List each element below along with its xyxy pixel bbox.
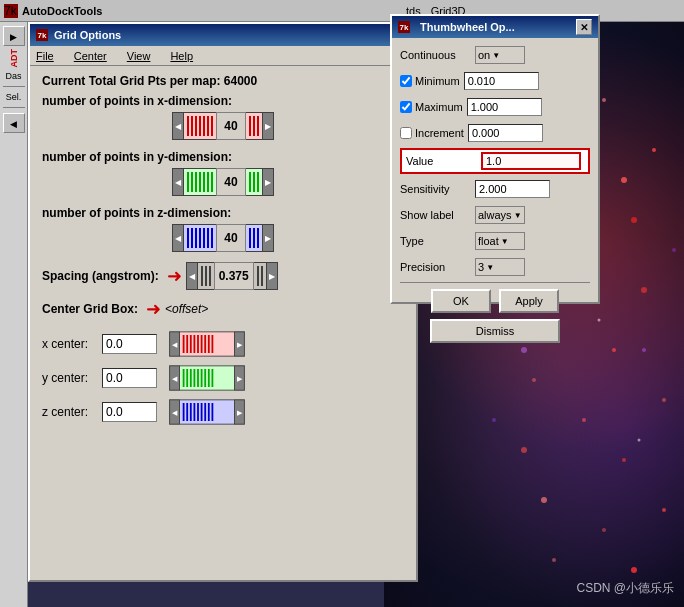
continuous-value: on	[478, 49, 490, 61]
tw-track-right[interactable]	[246, 168, 262, 196]
z-center-input[interactable]	[102, 402, 157, 422]
type-label: Type	[400, 235, 475, 247]
z-center-label: z center:	[42, 405, 102, 419]
dialog-close-button[interactable]: ✕	[576, 19, 592, 35]
menu-center[interactable]: Center	[74, 50, 107, 62]
svg-point-20	[552, 558, 556, 562]
increment-row: Increment	[400, 122, 590, 144]
increment-checkbox[interactable]	[400, 127, 412, 139]
tw-track[interactable]	[180, 399, 234, 424]
tw-lines	[198, 263, 214, 289]
z-tw-value[interactable]: 40	[216, 224, 246, 252]
tw-vline	[257, 172, 259, 192]
sidebar-adt-label: ADT	[9, 49, 19, 68]
minimum-input[interactable]	[464, 72, 539, 90]
increment-input[interactable]	[468, 124, 543, 142]
tw-track[interactable]	[180, 365, 234, 390]
tw-track-right[interactable]	[246, 112, 262, 140]
spacing-tw-value[interactable]: 0.375	[214, 262, 254, 290]
tw-track[interactable]	[184, 168, 216, 196]
svg-point-21	[631, 567, 637, 573]
center-arrow-icon: ➜	[146, 298, 161, 320]
y-thumbwheel[interactable]: ◀ 40	[172, 168, 274, 196]
value-input[interactable]	[481, 152, 581, 170]
menu-file[interactable]: File	[36, 50, 54, 62]
maximum-input[interactable]	[467, 98, 542, 116]
apply-button[interactable]: Apply	[499, 289, 559, 313]
tw-track[interactable]	[184, 224, 216, 252]
dialog-divider	[400, 282, 590, 283]
tw-vline	[187, 116, 189, 136]
tw-left-arrow[interactable]: ◀	[186, 262, 198, 290]
show-label-dropdown[interactable]: always ▼	[475, 206, 525, 224]
tw-right-arrow[interactable]: ▶	[234, 365, 245, 390]
z-thumbwheel[interactable]: ◀ 40	[172, 224, 274, 252]
type-dropdown[interactable]: float ▼	[475, 232, 525, 250]
precision-row: Precision 3 ▼	[400, 256, 590, 278]
svg-point-31	[638, 439, 641, 442]
tw-track[interactable]	[180, 331, 234, 356]
tw-vline	[203, 172, 205, 192]
tw-vline	[195, 172, 197, 192]
z-center-thumbwheel[interactable]: ◀ ▶	[169, 399, 245, 424]
tw-vline	[199, 228, 201, 248]
tw-right-arrow[interactable]: ▶	[266, 262, 278, 290]
tw-lines-right	[246, 169, 262, 195]
tw-vline	[195, 116, 197, 136]
tw-left-arrow[interactable]: ◀	[169, 365, 180, 390]
tw-left-arrow[interactable]: ◀	[169, 331, 180, 356]
maximum-checkbox[interactable]	[400, 101, 412, 113]
tw-left-arrow[interactable]: ◀	[172, 168, 184, 196]
tw-right-arrow[interactable]: ▶	[262, 224, 274, 252]
sidebar-divider-2	[3, 107, 25, 108]
menu-view[interactable]: View	[127, 50, 151, 62]
y-tw-value[interactable]: 40	[216, 168, 246, 196]
tw-track[interactable]	[184, 112, 216, 140]
tw-vline	[183, 403, 185, 421]
x-tw-value[interactable]: 40	[216, 112, 246, 140]
center-grid-label: Center Grid Box:	[42, 302, 138, 316]
tw-right-arrow[interactable]: ▶	[262, 112, 274, 140]
x-thumbwheel[interactable]: ◀ 40	[172, 112, 274, 140]
tw-vline	[187, 172, 189, 192]
x-center-label: x center:	[42, 337, 102, 351]
y-center-thumbwheel[interactable]: ◀ ▶	[169, 365, 245, 390]
tw-vline	[249, 116, 251, 136]
tw-lines-right	[254, 263, 266, 289]
x-center-thumbwheel[interactable]: ◀ ▶	[169, 331, 245, 356]
tw-track-right[interactable]	[254, 262, 266, 290]
sidebar-btn-1[interactable]: ▶	[3, 26, 25, 46]
sensitivity-input[interactable]	[475, 180, 550, 198]
spacing-label: Spacing (angstrom):	[42, 269, 159, 283]
tw-left-arrow[interactable]: ◀	[169, 399, 180, 424]
tw-left-arrow[interactable]: ◀	[172, 224, 184, 252]
dismiss-button[interactable]: Dismiss	[430, 319, 560, 343]
menu-help[interactable]: Help	[170, 50, 193, 62]
continuous-row: Continuous on ▼	[400, 44, 590, 66]
tw-vline	[212, 369, 214, 387]
tw-vline	[190, 403, 192, 421]
minimum-checkbox[interactable]	[400, 75, 412, 87]
tw-right-arrow[interactable]: ▶	[234, 399, 245, 424]
svg-point-11	[662, 398, 666, 402]
tw-vline	[191, 116, 193, 136]
ok-button[interactable]: OK	[431, 289, 491, 313]
x-center-input[interactable]	[102, 334, 157, 354]
chevron-down-icon-4: ▼	[486, 263, 494, 272]
show-label-label: Show label	[400, 209, 475, 221]
svg-point-7	[631, 217, 637, 223]
precision-dropdown[interactable]: 3 ▼	[475, 258, 525, 276]
tw-lines	[184, 169, 216, 195]
y-center-input[interactable]	[102, 368, 157, 388]
tw-track-right[interactable]	[246, 224, 262, 252]
center-row: Center Grid Box: ➜ <offset>	[42, 298, 404, 320]
tw-right-arrow[interactable]: ▶	[262, 168, 274, 196]
tw-vline	[208, 403, 210, 421]
sidebar-arrow-btn[interactable]: ◀	[3, 113, 25, 133]
spacing-thumbwheel[interactable]: ◀ 0.375 ▶	[186, 262, 278, 290]
tw-right-arrow[interactable]: ▶	[234, 331, 245, 356]
tw-left-arrow[interactable]: ◀	[172, 112, 184, 140]
tw-track[interactable]	[198, 262, 214, 290]
svg-point-17	[541, 497, 547, 503]
continuous-dropdown[interactable]: on ▼	[475, 46, 525, 64]
